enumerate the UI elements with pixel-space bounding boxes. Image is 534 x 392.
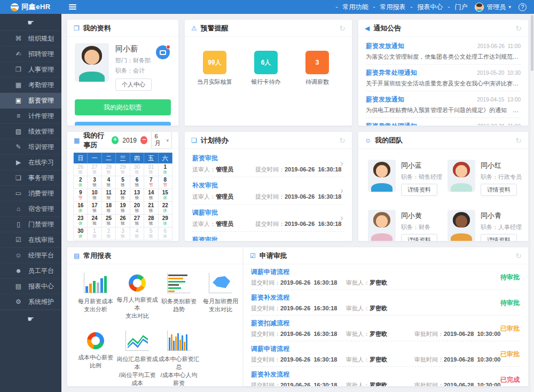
sidebar-item[interactable]: ☻ 员工平台 [0, 263, 61, 279]
todo-item[interactable]: 补发审批 送审人：管理员 提交时间：2019-06-26 16:30:18 › [192, 177, 344, 205]
calendar-day-cell[interactable]: 4 班 [130, 228, 144, 240]
report-shortcut[interactable]: 岗位汇总薪资成本 /岗位平均工资成本 [116, 331, 158, 386]
todo-item[interactable]: 调薪审批 送审人：管理员 提交时间：2019-06-26 16:30:18 › [192, 205, 344, 232]
notice-title[interactable]: 薪资发放通知 [366, 95, 404, 104]
sidebar-item[interactable]: ✎ 培训管理 [0, 139, 61, 155]
notice-title[interactable]: 薪资异常处理通知 [366, 122, 417, 126]
refresh-icon[interactable]: ↻ [515, 24, 522, 33]
approval-title[interactable]: 薪资扣减流程 [251, 319, 521, 328]
calendar-day-cell[interactable]: 6 休 [159, 228, 172, 240]
alert-stat[interactable]: 3 待调薪数 [298, 51, 336, 126]
todo-item[interactable]: 薪资审批 送审人：管理员 提交时间：2019-06-26 16:30:18 › [192, 150, 344, 177]
calendar-day-cell[interactable]: 29 班 [116, 163, 130, 176]
refresh-icon[interactable]: ↻ [515, 252, 522, 260]
calendar-day-cell[interactable]: 23 休 [74, 215, 88, 228]
calendar-day-cell[interactable]: 16 休 [74, 202, 88, 215]
sidebar-item[interactable]: ☑ 在线审批 [0, 232, 61, 248]
report-shortcut[interactable]: 成本中心薪资 比例 [75, 331, 116, 386]
sidebar-item[interactable]: ⌂ 宿舍管理 [0, 201, 61, 217]
refresh-icon[interactable]: ↻ [515, 136, 522, 145]
chevron-right-icon[interactable]: › [340, 213, 343, 223]
approval-title[interactable]: 薪资补发流程 [251, 293, 521, 302]
sidebar-item[interactable]: ▤ 报表中心 [0, 279, 61, 294]
calendar-day-cell[interactable]: 28 班 [144, 215, 158, 228]
calendar-day-cell[interactable]: 17 班 [88, 202, 101, 215]
help-icon[interactable]: ? [519, 3, 527, 11]
calendar-day-cell[interactable]: 5 班 [116, 176, 130, 189]
member-detail-button[interactable]: 详情资料 [401, 234, 437, 241]
calendar-day-cell[interactable]: 25 班 [102, 215, 116, 228]
header-nav-link[interactable]: 常用功能 [331, 3, 368, 12]
calendar-day-cell[interactable]: 2 休 [74, 176, 88, 189]
calendar-day-cell[interactable]: 12 班 [116, 189, 130, 202]
notice-title[interactable]: 薪资发放通知 [366, 42, 404, 51]
sidebar-bottom-icon[interactable]: ☛ [0, 310, 61, 327]
calendar-day-cell[interactable]: 22 休 [159, 202, 172, 215]
calendar-day-cell[interactable]: 8 节 [159, 176, 172, 189]
sidebar-item[interactable]: ▯ 门禁管理 [0, 217, 61, 232]
calendar-day-cell[interactable]: 14 班 [144, 189, 158, 202]
approval-title[interactable]: 调薪申请流程 [251, 268, 521, 277]
report-shortcut[interactable]: 职务类别薪资 趋势 [158, 273, 200, 320]
calendar-day-cell[interactable]: 13 班 [130, 189, 144, 202]
calendar-day-cell[interactable]: 27 班 [88, 163, 101, 176]
header-nav-link[interactable]: 门户 [443, 3, 467, 12]
todo-title[interactable]: 补发审批 [192, 181, 344, 190]
calendar-day-cell[interactable]: 26 班 [116, 215, 130, 228]
scrollbar-thumb[interactable] [531, 15, 533, 71]
member-detail-button[interactable]: 详情资料 [481, 234, 517, 241]
notice-item[interactable]: 薪资发放通知 2019-06-26 11:00 为落实公文管理制度，使集团各类公… [366, 38, 521, 65]
sidebar-item[interactable]: ⌘ 组织规划 [0, 31, 61, 46]
calendar-day-cell[interactable]: 5 班 [144, 228, 158, 240]
year-decrement-button[interactable]: − [140, 136, 147, 144]
calendar-day-cell[interactable]: 1 班 [88, 228, 101, 240]
notice-item[interactable]: 薪资异常处理通知 2019-05-20 10:30 关于开展班组安全活动质量竞赛… [366, 65, 521, 91]
calendar-day-cell[interactable]: 26 班 [74, 163, 88, 176]
report-shortcut[interactable]: 每月加班费用 支出对比 [200, 273, 241, 320]
approval-item[interactable]: 调薪申请流程 提交时间：2019-06-26 16:30:18 审批人：罗密欧 … [251, 264, 521, 290]
approval-title[interactable]: 调薪申请流程 [251, 344, 521, 354]
calendar-day-cell[interactable]: 3 班 [116, 228, 130, 240]
calendar-day-cell[interactable]: 9 节 [74, 189, 88, 202]
member-detail-button[interactable]: 详情资料 [481, 184, 517, 196]
sidebar-item[interactable]: ⚙ 系统维护 [0, 294, 61, 310]
calendar-day-cell[interactable]: 27 班 [130, 215, 144, 228]
sidebar-item[interactable]: ✍ 招聘管理 [0, 46, 61, 62]
calendar-day-cell[interactable]: 11 班 [102, 189, 116, 202]
sidebar-collapse-icon[interactable]: ☛ [0, 14, 61, 31]
calendar-day-cell[interactable]: 1 休 [159, 163, 172, 176]
chevron-right-icon[interactable]: › [340, 185, 343, 196]
calendar-day-cell[interactable]: 3 班 [88, 176, 101, 189]
todo-title[interactable]: 调薪审批 [192, 208, 344, 217]
message-button[interactable] [156, 45, 170, 59]
calendar-day-cell[interactable]: 15 休 [159, 189, 172, 202]
report-shortcut[interactable]: 成本中心薪资汇总 /成本中心人均薪资 [158, 331, 200, 386]
header-nav-link[interactable]: 报表中心 [405, 3, 443, 12]
calendar-day-cell[interactable]: 21 班 [144, 202, 158, 215]
calendar-day-cell[interactable]: 18 班 [102, 202, 116, 215]
my-workflow-button[interactable]: 我的工作流程 [75, 122, 171, 126]
sidebar-item[interactable]: ▦ 考勤管理 [0, 77, 61, 93]
personal-center-button[interactable]: 个人中心 [115, 79, 152, 91]
alert-stat[interactable]: 6人 银行卡待办 [247, 51, 285, 126]
hamburger-menu-icon[interactable] [69, 6, 76, 7]
header-nav-link[interactable]: 常用报表 [368, 3, 405, 12]
approval-title[interactable]: 薪资补发流程 [251, 370, 521, 379]
todo-title[interactable]: 薪资审批 [192, 154, 344, 163]
app-logo[interactable]: 同鑫eHR [0, 2, 61, 12]
member-detail-button[interactable]: 详情资料 [401, 184, 437, 196]
todo-title[interactable]: 薪资审批 [192, 236, 344, 241]
approval-item[interactable]: 薪资补发流程 提交时间：2019-06-26 16:30:18 审批人：罗密欧 … [251, 367, 521, 386]
my-duty-button[interactable]: 我的岗位职责 [75, 99, 171, 115]
sidebar-item[interactable]: ▣ 薪资管理 [0, 93, 61, 108]
sidebar-item[interactable]: ▶ 在线学习 [0, 155, 61, 170]
approval-item[interactable]: 薪资扣减流程 提交时间：2019-06-26 16:30:18 审批人：罗密欧 … [251, 316, 521, 341]
calendar-day-cell[interactable]: 2 班 [102, 228, 116, 240]
report-shortcut[interactable]: 每月薪资成本 支出分析 [75, 273, 116, 320]
calendar-day-cell[interactable]: 10 班 [88, 189, 101, 202]
approval-item[interactable]: 薪资补发流程 提交时间：2019-06-26 16:30:18 审批人：罗密欧 … [251, 290, 521, 316]
sidebar-item[interactable]: ▭ 消费管理 [0, 186, 61, 201]
chevron-right-icon[interactable]: › [340, 158, 343, 169]
calendar-day-cell[interactable]: 24 班 [88, 215, 101, 228]
refresh-icon[interactable]: ↻ [339, 24, 345, 33]
